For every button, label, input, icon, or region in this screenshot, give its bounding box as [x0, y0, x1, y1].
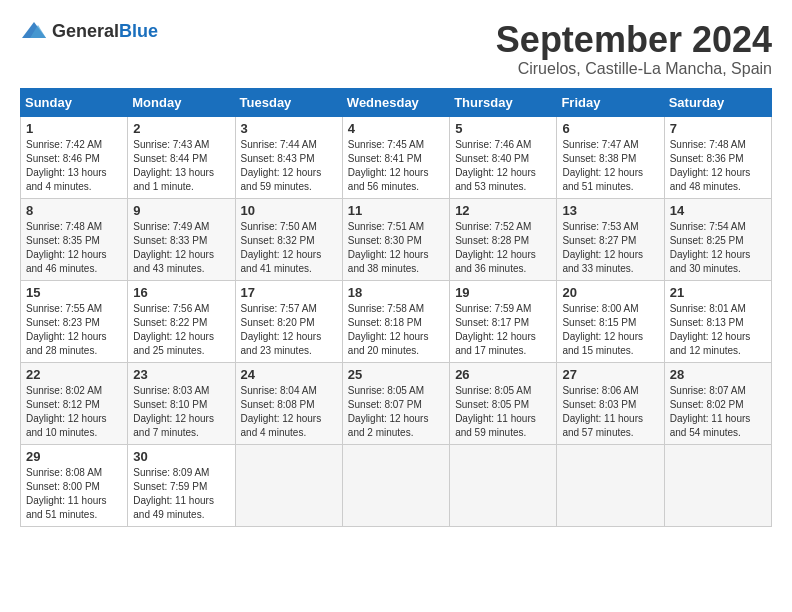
day-info: Sunrise: 7:44 AMSunset: 8:43 PMDaylight:…	[241, 138, 337, 194]
calendar-cell: 2Sunrise: 7:43 AMSunset: 8:44 PMDaylight…	[128, 116, 235, 198]
day-number: 28	[670, 367, 766, 382]
calendar-cell: 26Sunrise: 8:05 AMSunset: 8:05 PMDayligh…	[450, 362, 557, 444]
day-number: 4	[348, 121, 444, 136]
calendar-cell: 4Sunrise: 7:45 AMSunset: 8:41 PMDaylight…	[342, 116, 449, 198]
week-row-5: 29Sunrise: 8:08 AMSunset: 8:00 PMDayligh…	[21, 444, 772, 526]
day-number: 26	[455, 367, 551, 382]
day-number: 27	[562, 367, 658, 382]
calendar-cell	[557, 444, 664, 526]
calendar-cell: 29Sunrise: 8:08 AMSunset: 8:00 PMDayligh…	[21, 444, 128, 526]
day-info: Sunrise: 8:00 AMSunset: 8:15 PMDaylight:…	[562, 302, 658, 358]
calendar-cell: 12Sunrise: 7:52 AMSunset: 8:28 PMDayligh…	[450, 198, 557, 280]
day-number: 24	[241, 367, 337, 382]
header-cell-tuesday: Tuesday	[235, 88, 342, 116]
calendar-cell	[450, 444, 557, 526]
calendar-cell: 8Sunrise: 7:48 AMSunset: 8:35 PMDaylight…	[21, 198, 128, 280]
calendar-table: SundayMondayTuesdayWednesdayThursdayFrid…	[20, 88, 772, 527]
day-info: Sunrise: 7:49 AMSunset: 8:33 PMDaylight:…	[133, 220, 229, 276]
day-number: 1	[26, 121, 122, 136]
day-number: 6	[562, 121, 658, 136]
calendar-cell: 7Sunrise: 7:48 AMSunset: 8:36 PMDaylight…	[664, 116, 771, 198]
logo-icon	[20, 20, 48, 42]
day-info: Sunrise: 7:59 AMSunset: 8:17 PMDaylight:…	[455, 302, 551, 358]
day-info: Sunrise: 8:07 AMSunset: 8:02 PMDaylight:…	[670, 384, 766, 440]
header-row: SundayMondayTuesdayWednesdayThursdayFrid…	[21, 88, 772, 116]
calendar-cell: 6Sunrise: 7:47 AMSunset: 8:38 PMDaylight…	[557, 116, 664, 198]
day-info: Sunrise: 7:42 AMSunset: 8:46 PMDaylight:…	[26, 138, 122, 194]
header-cell-friday: Friday	[557, 88, 664, 116]
day-info: Sunrise: 7:50 AMSunset: 8:32 PMDaylight:…	[241, 220, 337, 276]
calendar-cell	[342, 444, 449, 526]
month-title: September 2024	[496, 20, 772, 60]
day-number: 16	[133, 285, 229, 300]
day-info: Sunrise: 8:01 AMSunset: 8:13 PMDaylight:…	[670, 302, 766, 358]
calendar-cell: 20Sunrise: 8:00 AMSunset: 8:15 PMDayligh…	[557, 280, 664, 362]
day-number: 29	[26, 449, 122, 464]
day-info: Sunrise: 7:52 AMSunset: 8:28 PMDaylight:…	[455, 220, 551, 276]
day-info: Sunrise: 7:54 AMSunset: 8:25 PMDaylight:…	[670, 220, 766, 276]
calendar-cell: 21Sunrise: 8:01 AMSunset: 8:13 PMDayligh…	[664, 280, 771, 362]
day-number: 7	[670, 121, 766, 136]
calendar-cell: 14Sunrise: 7:54 AMSunset: 8:25 PMDayligh…	[664, 198, 771, 280]
day-info: Sunrise: 7:43 AMSunset: 8:44 PMDaylight:…	[133, 138, 229, 194]
calendar-cell: 25Sunrise: 8:05 AMSunset: 8:07 PMDayligh…	[342, 362, 449, 444]
calendar-cell: 18Sunrise: 7:58 AMSunset: 8:18 PMDayligh…	[342, 280, 449, 362]
day-number: 22	[26, 367, 122, 382]
calendar-cell: 10Sunrise: 7:50 AMSunset: 8:32 PMDayligh…	[235, 198, 342, 280]
day-number: 12	[455, 203, 551, 218]
calendar-cell: 30Sunrise: 8:09 AMSunset: 7:59 PMDayligh…	[128, 444, 235, 526]
day-number: 17	[241, 285, 337, 300]
calendar-cell: 5Sunrise: 7:46 AMSunset: 8:40 PMDaylight…	[450, 116, 557, 198]
week-row-1: 1Sunrise: 7:42 AMSunset: 8:46 PMDaylight…	[21, 116, 772, 198]
calendar-cell: 28Sunrise: 8:07 AMSunset: 8:02 PMDayligh…	[664, 362, 771, 444]
day-number: 5	[455, 121, 551, 136]
day-info: Sunrise: 7:48 AMSunset: 8:36 PMDaylight:…	[670, 138, 766, 194]
day-info: Sunrise: 8:05 AMSunset: 8:05 PMDaylight:…	[455, 384, 551, 440]
page-container: GeneralBlue September 2024 Ciruelos, Cas…	[20, 20, 772, 527]
day-info: Sunrise: 8:05 AMSunset: 8:07 PMDaylight:…	[348, 384, 444, 440]
day-number: 13	[562, 203, 658, 218]
day-number: 20	[562, 285, 658, 300]
day-info: Sunrise: 8:09 AMSunset: 7:59 PMDaylight:…	[133, 466, 229, 522]
header-cell-saturday: Saturday	[664, 88, 771, 116]
day-info: Sunrise: 8:08 AMSunset: 8:00 PMDaylight:…	[26, 466, 122, 522]
day-number: 2	[133, 121, 229, 136]
day-info: Sunrise: 8:04 AMSunset: 8:08 PMDaylight:…	[241, 384, 337, 440]
title-area: September 2024 Ciruelos, Castille-La Man…	[496, 20, 772, 78]
calendar-cell: 9Sunrise: 7:49 AMSunset: 8:33 PMDaylight…	[128, 198, 235, 280]
calendar-cell	[235, 444, 342, 526]
calendar-cell: 23Sunrise: 8:03 AMSunset: 8:10 PMDayligh…	[128, 362, 235, 444]
header-cell-monday: Monday	[128, 88, 235, 116]
day-info: Sunrise: 7:55 AMSunset: 8:23 PMDaylight:…	[26, 302, 122, 358]
calendar-cell: 27Sunrise: 8:06 AMSunset: 8:03 PMDayligh…	[557, 362, 664, 444]
calendar-cell: 17Sunrise: 7:57 AMSunset: 8:20 PMDayligh…	[235, 280, 342, 362]
location-title: Ciruelos, Castille-La Mancha, Spain	[496, 60, 772, 78]
week-row-4: 22Sunrise: 8:02 AMSunset: 8:12 PMDayligh…	[21, 362, 772, 444]
day-number: 15	[26, 285, 122, 300]
day-info: Sunrise: 7:58 AMSunset: 8:18 PMDaylight:…	[348, 302, 444, 358]
header-cell-thursday: Thursday	[450, 88, 557, 116]
day-number: 25	[348, 367, 444, 382]
day-number: 18	[348, 285, 444, 300]
day-number: 11	[348, 203, 444, 218]
day-info: Sunrise: 7:57 AMSunset: 8:20 PMDaylight:…	[241, 302, 337, 358]
day-number: 23	[133, 367, 229, 382]
day-info: Sunrise: 7:53 AMSunset: 8:27 PMDaylight:…	[562, 220, 658, 276]
day-info: Sunrise: 8:03 AMSunset: 8:10 PMDaylight:…	[133, 384, 229, 440]
header-cell-sunday: Sunday	[21, 88, 128, 116]
day-info: Sunrise: 7:46 AMSunset: 8:40 PMDaylight:…	[455, 138, 551, 194]
day-info: Sunrise: 7:51 AMSunset: 8:30 PMDaylight:…	[348, 220, 444, 276]
day-info: Sunrise: 8:06 AMSunset: 8:03 PMDaylight:…	[562, 384, 658, 440]
day-number: 10	[241, 203, 337, 218]
day-info: Sunrise: 7:47 AMSunset: 8:38 PMDaylight:…	[562, 138, 658, 194]
calendar-cell: 24Sunrise: 8:04 AMSunset: 8:08 PMDayligh…	[235, 362, 342, 444]
day-info: Sunrise: 8:02 AMSunset: 8:12 PMDaylight:…	[26, 384, 122, 440]
calendar-cell: 19Sunrise: 7:59 AMSunset: 8:17 PMDayligh…	[450, 280, 557, 362]
calendar-cell	[664, 444, 771, 526]
day-number: 14	[670, 203, 766, 218]
day-info: Sunrise: 7:56 AMSunset: 8:22 PMDaylight:…	[133, 302, 229, 358]
calendar-cell: 1Sunrise: 7:42 AMSunset: 8:46 PMDaylight…	[21, 116, 128, 198]
calendar-cell: 22Sunrise: 8:02 AMSunset: 8:12 PMDayligh…	[21, 362, 128, 444]
day-number: 3	[241, 121, 337, 136]
calendar-cell: 15Sunrise: 7:55 AMSunset: 8:23 PMDayligh…	[21, 280, 128, 362]
